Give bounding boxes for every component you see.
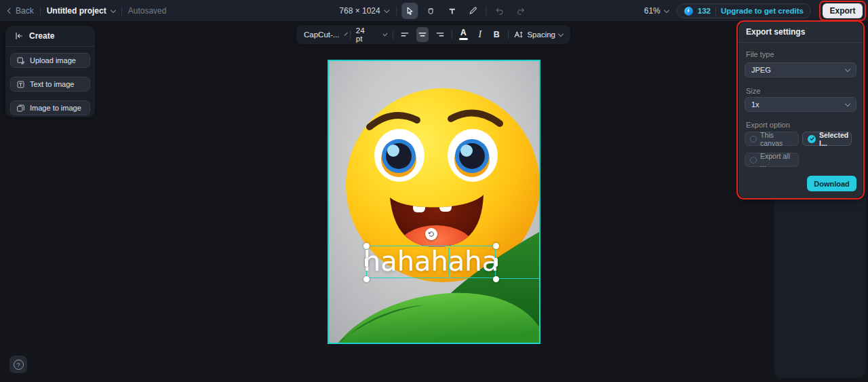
bold-button[interactable]: B [491,27,502,42]
help-button[interactable]: ? [9,356,27,373]
selection-handle-top-left[interactable] [363,243,370,249]
chevron-down-icon [845,66,850,71]
undo-icon [494,6,505,16]
font-family-value: CapCut-... [304,31,339,39]
italic-letter: I [478,29,481,40]
selection-handle-top-right[interactable] [493,243,499,249]
canvas-text[interactable]: hahahaha [366,244,496,278]
size-select[interactable]: 1x [745,97,856,112]
selection-handle-left[interactable] [365,258,368,267]
divider [40,7,41,16]
chevron-down-icon [664,7,669,12]
image-to-image-icon [16,104,25,113]
divider [508,31,509,39]
credits-count: 132 [698,7,711,15]
text-color-letter: A [460,29,467,37]
upgrade-link[interactable]: Upgrade to get credits [721,7,804,15]
selection-handle-bottom-right[interactable] [493,276,499,282]
align-center-button[interactable] [416,27,429,42]
selection-handle-bottom-left[interactable] [363,276,370,282]
export-settings-title: Export settings [746,27,805,37]
divider [397,7,397,16]
align-left-icon [400,30,410,39]
pen-icon [469,6,478,16]
file-type-label: File type [746,50,774,58]
upload-image-label: Upload image [30,56,76,64]
option-export-all[interactable]: Export all ... [745,153,799,167]
align-left-button[interactable] [399,27,411,42]
rotate-icon [428,231,435,237]
divider [121,7,122,16]
divider [738,42,863,43]
option-export-all-label: Export all ... [760,152,793,168]
font-family-select[interactable]: CapCut-... [304,31,344,39]
radio-unselected-icon [750,136,757,142]
zoom-level-menu[interactable]: 61% [644,6,669,16]
text-tool-icon [448,7,456,16]
text-format-toolbar: CapCut-... 24 pt A [296,25,570,44]
pen-tool-button[interactable] [465,3,481,19]
project-name-menu[interactable]: Untitled project [47,6,115,16]
chevron-down-icon [383,31,388,36]
option-this-canvas-label: This canvas [760,131,793,147]
text-to-image-button[interactable]: Text to image [10,77,90,92]
cursor-icon [406,6,415,16]
autosaved-status: Autosaved [128,6,167,16]
italic-button[interactable]: I [475,27,486,42]
selection-handle-right[interactable] [494,258,498,267]
chevron-down-icon [384,7,389,12]
undo-button[interactable] [492,3,508,19]
create-sidebar: Create Upload image Text to image Image … [5,26,95,117]
download-button[interactable]: Download [807,176,856,191]
canvas-size-menu[interactable]: 768 × 1024 [339,6,389,16]
selection-guide-line [496,278,539,280]
image-to-image-button[interactable]: Image to image [10,100,90,115]
hand-tool-button[interactable] [423,3,439,19]
canvas[interactable] [328,60,540,344]
text-to-image-label: Text to image [30,80,74,88]
sidebar-title: Create [29,31,54,41]
file-type-select[interactable]: JPEG [745,62,856,77]
text-cursor [448,248,450,276]
back-button[interactable]: Back [8,6,34,16]
select-tool-button[interactable] [402,3,418,19]
option-this-canvas[interactable]: This canvas [745,132,799,146]
divider [350,31,351,39]
divider [715,7,716,16]
file-type-value: JPEG [751,66,771,74]
export-option-label: Export option [746,121,790,129]
upload-image-button[interactable]: Upload image [10,53,90,68]
option-selected-layer[interactable]: Selected l... [802,132,852,146]
divider [486,7,487,16]
app-root: Back Untitled project Autosaved 768 × 10… [0,0,868,382]
chevron-left-icon [7,8,13,14]
credits-pill[interactable]: 132 Upgrade to get credits [677,3,811,18]
redo-button[interactable] [513,3,529,19]
redo-icon [515,6,526,16]
collapse-panel-icon[interactable] [14,31,24,41]
chevron-down-icon [110,7,115,12]
radio-unselected-icon [750,157,757,164]
export-button[interactable]: Export [823,3,863,18]
rotation-handle[interactable] [425,228,437,240]
credit-coin-icon [684,7,693,16]
chevron-down-icon [845,100,850,106]
export-settings-panel: Export settings File type JPEG Size 1x E… [738,22,863,198]
chevron-down-icon [344,32,348,35]
emoji-artwork [329,61,539,343]
align-center-icon [418,30,427,39]
size-value: 1x [751,100,760,109]
spacing-menu[interactable]: Spacing [513,30,563,39]
align-right-button[interactable] [434,27,446,42]
text-tool-button[interactable] [444,3,460,19]
align-right-icon [435,30,445,39]
hand-icon [427,6,436,16]
spacing-label: Spacing [527,31,555,39]
text-color-button[interactable]: A [458,27,469,42]
letter-spacing-icon [513,30,524,39]
divider [393,31,393,39]
bold-letter: B [494,30,500,39]
image-to-image-label: Image to image [30,104,81,112]
font-size-select[interactable]: 24 pt [356,26,387,43]
divider [5,46,95,47]
